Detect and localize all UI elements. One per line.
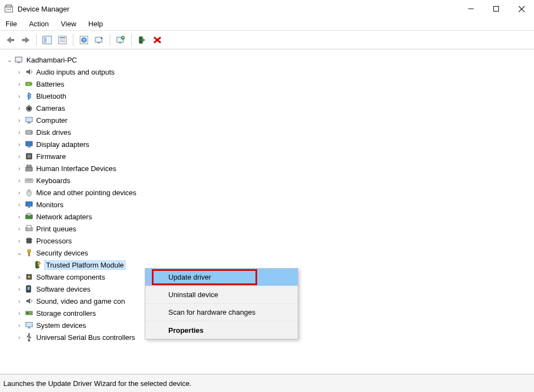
expander-closed-icon[interactable]: › <box>15 333 23 341</box>
expander-closed-icon[interactable]: › <box>15 297 23 305</box>
menu-file[interactable]: File <box>5 20 17 28</box>
expander-open-icon[interactable]: ⌄ <box>15 249 23 257</box>
expander-closed-icon[interactable]: › <box>15 68 23 76</box>
svg-rect-1 <box>6 5 12 7</box>
tree-category[interactable]: › Keyboards <box>15 174 534 186</box>
scan-hardware-button[interactable] <box>92 33 106 47</box>
tree-category-label: Security devices <box>36 249 88 257</box>
tree-category[interactable]: › Display adapters <box>15 138 534 150</box>
tree-category-label: Cameras <box>36 104 65 112</box>
tree-root[interactable]: ⌄ Kadhambari-PC <box>5 54 534 66</box>
camera-icon <box>24 103 34 113</box>
mouse-icon <box>24 188 34 197</box>
tree-category-label: Software components <box>36 273 105 281</box>
expander-closed-icon[interactable]: › <box>15 321 23 329</box>
tree-category[interactable]: › Human Interface Devices <box>15 162 534 174</box>
expander-open-icon[interactable]: ⌄ <box>5 56 13 64</box>
svg-rect-78 <box>27 313 29 314</box>
expander-closed-icon[interactable]: › <box>15 104 23 112</box>
toolbar-separator <box>110 34 110 46</box>
disk-icon <box>24 127 34 137</box>
expander-closed-icon[interactable]: › <box>15 189 23 196</box>
properties-button[interactable] <box>55 33 70 47</box>
help-button[interactable]: ? <box>77 33 91 47</box>
update-driver-button[interactable] <box>113 33 128 47</box>
expander-closed-icon[interactable]: › <box>15 152 23 160</box>
expander-closed-icon[interactable]: › <box>15 128 23 136</box>
expander-closed-icon[interactable]: › <box>15 177 23 184</box>
window-controls <box>458 0 534 18</box>
expander-closed-icon[interactable]: › <box>15 92 23 100</box>
svg-rect-13 <box>48 37 50 43</box>
svg-rect-32 <box>31 83 32 84</box>
context-menu-uninstall-device[interactable]: Uninstall device <box>145 286 298 304</box>
svg-text:?: ? <box>83 38 86 43</box>
expander-closed-icon[interactable]: › <box>15 80 23 88</box>
expander-closed-icon[interactable]: › <box>15 164 23 172</box>
svg-rect-6 <box>494 7 499 12</box>
tree-category[interactable]: › Firmware <box>15 150 534 162</box>
tree-category[interactable]: › Audio inputs and outputs <box>15 66 534 78</box>
software-devices-icon <box>24 284 34 294</box>
uninstall-device-button[interactable] <box>150 33 164 47</box>
display-adapter-icon <box>24 139 34 149</box>
svg-rect-30 <box>18 62 20 63</box>
expander-closed-icon[interactable]: › <box>15 140 23 148</box>
expander-closed-icon[interactable]: › <box>15 116 23 124</box>
expander-closed-icon[interactable]: › <box>15 285 23 293</box>
maximize-button[interactable] <box>484 0 509 18</box>
menu-action[interactable]: Action <box>29 20 49 28</box>
svg-point-39 <box>31 132 32 133</box>
forward-button[interactable] <box>19 33 33 47</box>
security-icon <box>24 248 34 258</box>
menu-help[interactable]: Help <box>88 20 103 28</box>
toolbar-separator <box>131 34 132 46</box>
tree-category-label: System devices <box>36 321 86 329</box>
expander-closed-icon[interactable]: › <box>15 213 23 220</box>
svg-rect-37 <box>27 122 31 123</box>
context-menu-update-driver[interactable]: Update driver <box>145 269 298 286</box>
bluetooth-icon <box>24 91 34 101</box>
tree-category[interactable]: › Network adapters <box>15 211 534 223</box>
tree-category[interactable]: › Batteries <box>15 78 534 90</box>
tree-category-label: Processors <box>36 237 72 245</box>
close-button[interactable] <box>509 0 534 18</box>
expander-closed-icon[interactable]: › <box>15 237 23 245</box>
svg-point-4 <box>10 9 11 10</box>
tree-category[interactable]: › Monitors <box>15 198 534 211</box>
tree-category[interactable]: › Bluetooth <box>15 90 534 102</box>
tree-category[interactable]: › Processors <box>15 235 534 247</box>
svg-rect-36 <box>26 117 32 122</box>
tree-category[interactable]: › Mice and other pointing devices <box>15 186 534 198</box>
tree-root-label: Kadhambari-PC <box>26 56 77 64</box>
expander-empty <box>27 261 32 269</box>
expander-closed-icon[interactable]: › <box>15 309 23 317</box>
svg-rect-9 <box>10 39 14 41</box>
tree-category[interactable]: › Print queues <box>15 223 534 235</box>
svg-rect-22 <box>98 42 100 43</box>
expander-closed-icon[interactable]: › <box>15 201 23 208</box>
minimize-button[interactable] <box>458 0 484 18</box>
svg-rect-55 <box>27 213 31 215</box>
usb-icon <box>24 332 34 342</box>
tree-category-label: Firmware <box>36 152 66 161</box>
svg-point-3 <box>8 9 9 10</box>
context-menu-scan-hardware[interactable]: Scan for hardware changes <box>145 304 298 321</box>
tree-category-label: Computer <box>36 116 67 124</box>
tree-category-label: Mice and other pointing devices <box>36 189 137 197</box>
back-button[interactable] <box>3 33 18 47</box>
window-title: Device Manager <box>18 5 70 13</box>
tree-category[interactable]: › Computer <box>15 114 534 126</box>
context-menu-properties[interactable]: Properties <box>145 321 298 339</box>
tpm-device-icon <box>33 260 43 270</box>
enable-device-button[interactable] <box>135 33 149 47</box>
tree-category-label: Storage controllers <box>36 309 96 317</box>
expander-closed-icon[interactable]: › <box>15 225 23 232</box>
svg-point-81 <box>29 333 30 335</box>
expander-closed-icon[interactable]: › <box>15 273 23 281</box>
tree-category[interactable]: › Disk drives <box>15 126 534 138</box>
tree-category[interactable]: › Cameras <box>15 102 534 114</box>
tree-category-security[interactable]: ⌄ Security devices <box>15 247 534 259</box>
show-hide-console-button[interactable] <box>40 33 54 47</box>
menu-view[interactable]: View <box>61 20 76 28</box>
